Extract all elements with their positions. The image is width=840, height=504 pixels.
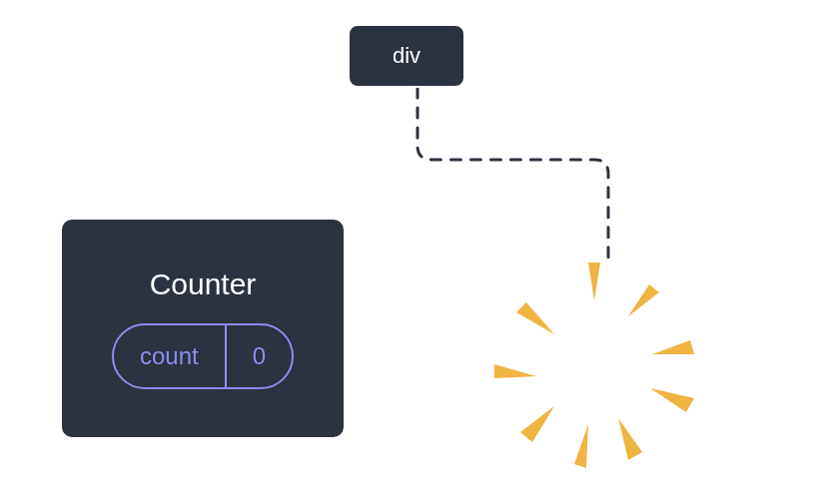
state-label: count <box>114 325 227 387</box>
svg-marker-6 <box>520 406 554 442</box>
counter-title: Counter <box>150 267 257 301</box>
counter-node: Counter count 0 <box>60 218 346 439</box>
svg-marker-7 <box>494 364 536 378</box>
svg-marker-5 <box>574 424 588 468</box>
root-node: div <box>348 24 465 88</box>
root-node-label: div <box>393 43 420 69</box>
svg-marker-2 <box>652 340 694 354</box>
burst-icon <box>474 245 714 484</box>
diagram-canvas: div Counter count 0 <box>0 0 840 504</box>
svg-marker-8 <box>516 302 554 334</box>
state-pill: count 0 <box>112 323 294 389</box>
svg-marker-3 <box>650 388 694 412</box>
svg-marker-4 <box>618 418 642 460</box>
svg-marker-0 <box>588 262 600 300</box>
svg-marker-1 <box>628 284 659 316</box>
state-value: 0 <box>227 325 292 387</box>
